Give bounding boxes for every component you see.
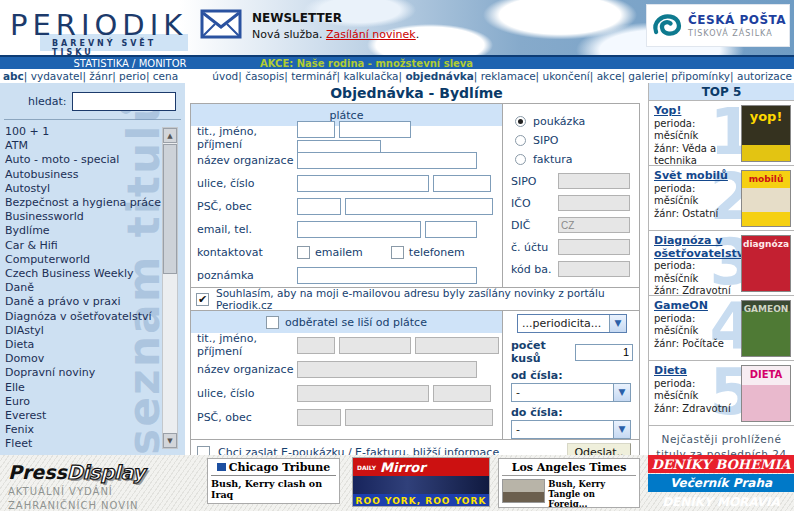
nav-tab[interactable]: úvod <box>212 70 238 82</box>
filter-tab[interactable]: vydavatel <box>24 70 83 82</box>
magazine-title-link[interactable]: Yop! <box>654 105 740 118</box>
magazine-list-item[interactable]: Autostyl <box>5 182 185 196</box>
akce-banner-link[interactable]: AKCE: Naše rodina - množstevní sleva <box>260 58 473 69</box>
magazine-list-item[interactable]: Autobusiness <box>5 168 185 182</box>
magazine-title-link[interactable]: Svět mobilů <box>654 170 740 183</box>
scrollbar-thumb[interactable] <box>163 144 177 274</box>
magazine-list-item[interactable]: Car & Hifi <box>5 239 185 253</box>
radio-icon[interactable] <box>515 154 526 165</box>
magazine-list-item[interactable]: Fenix <box>5 423 185 437</box>
nav-tab[interactable]: kalkulačka <box>336 70 398 82</box>
scroll-up-icon[interactable]: ▲ <box>163 128 177 143</box>
deniky-band-link[interactable]: Večerník Praha <box>648 474 794 492</box>
subscriber-city-field[interactable] <box>345 409 493 426</box>
magazine-cover-thumbnail[interactable]: DIETA <box>741 365 791 422</box>
payer-title-field[interactable] <box>297 121 335 138</box>
dic-field[interactable] <box>558 217 630 233</box>
magazine-cover-thumbnail[interactable]: yop! <box>741 105 791 162</box>
subscriber-title-field[interactable] <box>297 337 335 354</box>
ceska-posta-logo[interactable]: ČESKÁ POŠTA TISKOVÁ ZÁSILKA <box>646 4 790 47</box>
payer-street-field[interactable] <box>297 175 429 192</box>
magazine-title-link[interactable]: GameON <box>654 300 740 313</box>
magazine-cover-thumbnail[interactable]: mobilů <box>741 170 791 227</box>
subscriber-zip-field[interactable] <box>297 409 341 426</box>
consent-checkbox[interactable]: ✔ <box>196 293 209 306</box>
nav-tab[interactable]: časopis <box>238 70 284 82</box>
to-number-select[interactable]: - ▼ <box>511 420 631 439</box>
magazine-list-item[interactable]: Computerworld <box>5 253 185 267</box>
payment-option-faktura[interactable]: faktura <box>515 150 639 169</box>
magazine-list-item[interactable]: DIAstyl <box>5 324 185 338</box>
magazine-list-item[interactable]: Businessworld <box>5 210 185 224</box>
subscriber-firstname-field[interactable] <box>339 337 411 354</box>
deniky-band-link[interactable]: DENÍKY BOHEMIA <box>648 455 794 473</box>
magazine-list-item[interactable]: ATM <box>5 139 185 153</box>
la-times-thumbnail[interactable]: Los Angeles Times Bush, Kerry Tangle on … <box>498 458 640 508</box>
filter-tab[interactable]: perio <box>112 70 146 82</box>
magazine-list-item[interactable]: Czech Business Weekly <box>5 267 185 281</box>
magazine-list-item[interactable]: Bezpečnost a hygiena práce <box>5 196 185 210</box>
note-field[interactable] <box>297 267 477 284</box>
filter-tab[interactable]: žánr <box>82 70 112 82</box>
chevron-down-icon[interactable]: ▼ <box>613 421 630 438</box>
sipo-field[interactable] <box>558 173 630 189</box>
nav-tab[interactable]: objednávka <box>399 70 474 82</box>
chicago-tribune-thumbnail[interactable]: Chicago Tribune Bush, Kerry clash on Ira… <box>207 458 340 504</box>
contact-email-checkbox[interactable] <box>297 246 310 259</box>
payer-firstname-field[interactable] <box>339 121 411 138</box>
from-number-select[interactable]: - ▼ <box>511 383 631 402</box>
pressdisplay-logo[interactable]: PressDisplay AKTUÁLNÍ VYDÁNÍ ZAHRANIČNÍC… <box>8 461 145 511</box>
list-scrollbar[interactable]: ▲ ▼ <box>162 127 178 449</box>
bank-code-field[interactable] <box>558 261 630 277</box>
magazine-list-item[interactable]: Bydlíme <box>5 224 185 238</box>
account-field[interactable] <box>558 239 630 255</box>
magazine-list-item[interactable]: Auto - moto - special <box>5 153 185 167</box>
deniky-band-link[interactable]: DENÍKY MORAVIA <box>648 493 794 511</box>
magazine-list-item[interactable]: Dopravní noviny <box>5 366 185 380</box>
statistika-monitor-link[interactable]: STATISTIKA / MONITOR <box>0 58 260 69</box>
radio-icon[interactable] <box>515 116 526 127</box>
payer-zip-field[interactable] <box>297 198 341 215</box>
radio-icon[interactable] <box>515 135 526 146</box>
payer-city-field[interactable] <box>345 198 493 215</box>
payment-option-poukazka[interactable]: poukázka <box>515 112 639 131</box>
magazine-title-link[interactable]: Dieta <box>654 365 740 378</box>
chevron-down-icon[interactable]: ▼ <box>613 384 630 401</box>
nav-tab[interactable]: autorizace <box>730 70 792 82</box>
nav-tab[interactable]: připomínky <box>664 70 730 82</box>
nav-tab[interactable]: akce <box>590 70 622 82</box>
magazine-list-item[interactable]: Euro <box>5 395 185 409</box>
magazine-cover-thumbnail[interactable]: GAMEON <box>741 300 791 357</box>
daily-mirror-thumbnail[interactable]: DAILYMirror ROO YORK, ROO YORK <box>352 457 490 507</box>
subscriber-lastname-field[interactable] <box>415 337 499 354</box>
payer-phone-field[interactable] <box>425 221 477 238</box>
periodik-logo[interactable]: PERIODIK BAREVNÝ SVĚT TISKU <box>10 8 190 52</box>
nav-tab[interactable]: reklamace <box>474 70 536 82</box>
ico-field[interactable] <box>558 195 630 211</box>
magazine-list-item[interactable]: Daně a právo v praxi <box>5 295 185 309</box>
magazine-list-item[interactable]: Fleet <box>5 437 185 451</box>
payer-email-field[interactable] <box>297 221 421 238</box>
filter-tab[interactable]: cena <box>146 70 178 82</box>
subscriber-streetno-field[interactable] <box>433 385 491 402</box>
nav-tab[interactable]: ukončení <box>536 70 590 82</box>
contact-phone-checkbox[interactable] <box>391 246 404 259</box>
payer-streetno-field[interactable] <box>433 175 491 192</box>
magazine-list-item[interactable]: Dieta <box>5 338 185 352</box>
magazine-list-item[interactable]: 100 + 1 <box>5 125 185 139</box>
magazine-list-item[interactable]: Domov <box>5 352 185 366</box>
magazine-list-item[interactable]: Elle <box>5 381 185 395</box>
magazine-list-item[interactable]: Diagnóza v ošetřovatelství <box>5 310 185 324</box>
subscriber-street-field[interactable] <box>297 385 429 402</box>
nav-tab[interactable]: terminář <box>284 70 336 82</box>
filter-tab[interactable]: abc <box>3 70 24 82</box>
search-input[interactable] <box>72 92 176 111</box>
nav-tab[interactable]: galerie <box>621 70 664 82</box>
chevron-down-icon[interactable]: ▼ <box>609 315 626 332</box>
quantity-field[interactable] <box>575 344 633 361</box>
newsletter-link[interactable]: Zasílání novinek <box>326 28 416 41</box>
subscriber-org-field[interactable] <box>297 361 477 378</box>
magazine-cover-thumbnail[interactable]: diagnóza <box>741 235 791 292</box>
payer-org-field[interactable] <box>297 152 477 169</box>
subscriber-differs-checkbox[interactable] <box>266 316 279 329</box>
